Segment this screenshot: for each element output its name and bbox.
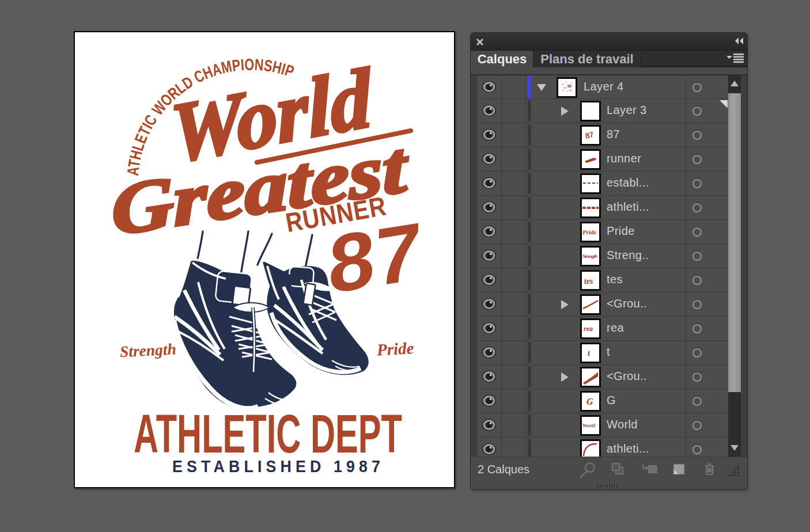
svg-text:Strength: Strength: [582, 253, 597, 259]
svg-text:87: 87: [328, 204, 422, 311]
svg-text:t: t: [588, 348, 591, 358]
svg-text:G: G: [586, 397, 593, 406]
svg-text:tes: tes: [584, 277, 593, 286]
svg-text:Pride: Pride: [582, 229, 597, 235]
svg-text:Strength: Strength: [119, 340, 176, 360]
svg-text:World: World: [582, 423, 596, 428]
svg-text:ATHLETIC DEPT: ATHLETIC DEPT: [134, 403, 402, 464]
svg-text:rea: rea: [584, 325, 593, 333]
svg-text:ESTABLISHED 1987: ESTABLISHED 1987: [172, 457, 384, 476]
svg-text:Pride: Pride: [376, 339, 414, 359]
svg-text:87: 87: [584, 130, 594, 140]
